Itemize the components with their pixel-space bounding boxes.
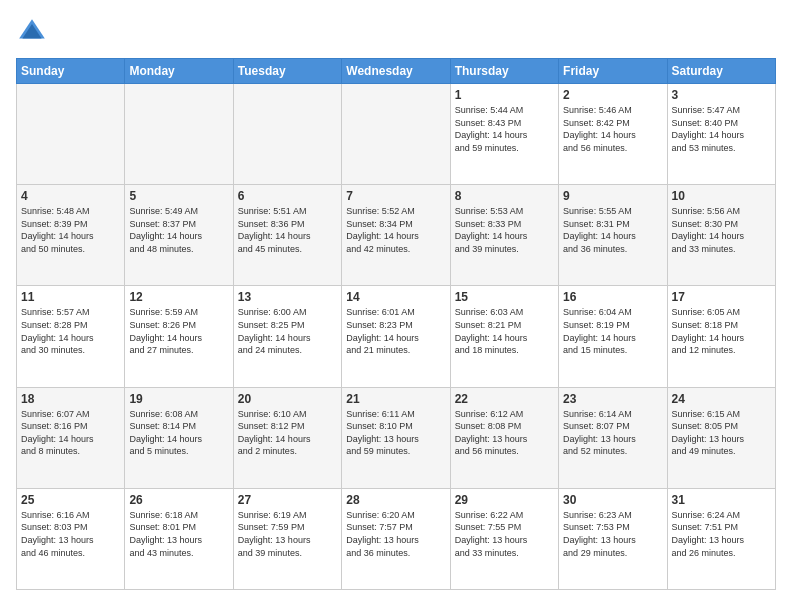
day-number: 18 <box>21 392 120 406</box>
day-number: 19 <box>129 392 228 406</box>
day-number: 22 <box>455 392 554 406</box>
day-info: Sunrise: 5:49 AM Sunset: 8:37 PM Dayligh… <box>129 205 228 255</box>
day-header: Friday <box>559 59 667 84</box>
calendar-cell: 21Sunrise: 6:11 AM Sunset: 8:10 PM Dayli… <box>342 387 450 488</box>
calendar-cell: 16Sunrise: 6:04 AM Sunset: 8:19 PM Dayli… <box>559 286 667 387</box>
calendar-cell: 3Sunrise: 5:47 AM Sunset: 8:40 PM Daylig… <box>667 84 775 185</box>
day-number: 11 <box>21 290 120 304</box>
day-number: 23 <box>563 392 662 406</box>
day-header: Monday <box>125 59 233 84</box>
header-row: SundayMondayTuesdayWednesdayThursdayFrid… <box>17 59 776 84</box>
page: SundayMondayTuesdayWednesdayThursdayFrid… <box>0 0 792 612</box>
day-info: Sunrise: 6:01 AM Sunset: 8:23 PM Dayligh… <box>346 306 445 356</box>
day-number: 4 <box>21 189 120 203</box>
day-info: Sunrise: 5:57 AM Sunset: 8:28 PM Dayligh… <box>21 306 120 356</box>
day-header: Sunday <box>17 59 125 84</box>
day-info: Sunrise: 6:16 AM Sunset: 8:03 PM Dayligh… <box>21 509 120 559</box>
day-info: Sunrise: 6:23 AM Sunset: 7:53 PM Dayligh… <box>563 509 662 559</box>
day-info: Sunrise: 6:08 AM Sunset: 8:14 PM Dayligh… <box>129 408 228 458</box>
day-number: 29 <box>455 493 554 507</box>
header <box>16 16 776 48</box>
day-number: 20 <box>238 392 337 406</box>
day-number: 28 <box>346 493 445 507</box>
day-info: Sunrise: 6:22 AM Sunset: 7:55 PM Dayligh… <box>455 509 554 559</box>
calendar-cell: 24Sunrise: 6:15 AM Sunset: 8:05 PM Dayli… <box>667 387 775 488</box>
calendar-cell <box>342 84 450 185</box>
day-info: Sunrise: 5:52 AM Sunset: 8:34 PM Dayligh… <box>346 205 445 255</box>
calendar-week: 11Sunrise: 5:57 AM Sunset: 8:28 PM Dayli… <box>17 286 776 387</box>
day-number: 30 <box>563 493 662 507</box>
calendar-cell: 15Sunrise: 6:03 AM Sunset: 8:21 PM Dayli… <box>450 286 558 387</box>
calendar-cell: 6Sunrise: 5:51 AM Sunset: 8:36 PM Daylig… <box>233 185 341 286</box>
calendar-cell: 7Sunrise: 5:52 AM Sunset: 8:34 PM Daylig… <box>342 185 450 286</box>
calendar-cell: 11Sunrise: 5:57 AM Sunset: 8:28 PM Dayli… <box>17 286 125 387</box>
day-info: Sunrise: 6:10 AM Sunset: 8:12 PM Dayligh… <box>238 408 337 458</box>
calendar-cell: 28Sunrise: 6:20 AM Sunset: 7:57 PM Dayli… <box>342 488 450 589</box>
calendar-week: 18Sunrise: 6:07 AM Sunset: 8:16 PM Dayli… <box>17 387 776 488</box>
day-info: Sunrise: 5:51 AM Sunset: 8:36 PM Dayligh… <box>238 205 337 255</box>
logo <box>16 16 52 48</box>
day-info: Sunrise: 6:03 AM Sunset: 8:21 PM Dayligh… <box>455 306 554 356</box>
day-number: 9 <box>563 189 662 203</box>
day-number: 14 <box>346 290 445 304</box>
day-info: Sunrise: 6:20 AM Sunset: 7:57 PM Dayligh… <box>346 509 445 559</box>
day-info: Sunrise: 6:11 AM Sunset: 8:10 PM Dayligh… <box>346 408 445 458</box>
day-number: 8 <box>455 189 554 203</box>
day-number: 27 <box>238 493 337 507</box>
calendar-cell: 4Sunrise: 5:48 AM Sunset: 8:39 PM Daylig… <box>17 185 125 286</box>
day-info: Sunrise: 5:44 AM Sunset: 8:43 PM Dayligh… <box>455 104 554 154</box>
calendar-cell: 31Sunrise: 6:24 AM Sunset: 7:51 PM Dayli… <box>667 488 775 589</box>
calendar-cell: 8Sunrise: 5:53 AM Sunset: 8:33 PM Daylig… <box>450 185 558 286</box>
day-info: Sunrise: 6:12 AM Sunset: 8:08 PM Dayligh… <box>455 408 554 458</box>
day-number: 25 <box>21 493 120 507</box>
calendar-cell: 5Sunrise: 5:49 AM Sunset: 8:37 PM Daylig… <box>125 185 233 286</box>
day-number: 2 <box>563 88 662 102</box>
calendar-cell <box>17 84 125 185</box>
day-number: 12 <box>129 290 228 304</box>
calendar-cell: 23Sunrise: 6:14 AM Sunset: 8:07 PM Dayli… <box>559 387 667 488</box>
calendar-table: SundayMondayTuesdayWednesdayThursdayFrid… <box>16 58 776 590</box>
day-number: 1 <box>455 88 554 102</box>
calendar-cell: 10Sunrise: 5:56 AM Sunset: 8:30 PM Dayli… <box>667 185 775 286</box>
calendar-cell: 2Sunrise: 5:46 AM Sunset: 8:42 PM Daylig… <box>559 84 667 185</box>
day-number: 5 <box>129 189 228 203</box>
day-header: Wednesday <box>342 59 450 84</box>
day-info: Sunrise: 6:19 AM Sunset: 7:59 PM Dayligh… <box>238 509 337 559</box>
day-info: Sunrise: 5:53 AM Sunset: 8:33 PM Dayligh… <box>455 205 554 255</box>
calendar-cell: 29Sunrise: 6:22 AM Sunset: 7:55 PM Dayli… <box>450 488 558 589</box>
day-info: Sunrise: 5:47 AM Sunset: 8:40 PM Dayligh… <box>672 104 771 154</box>
logo-icon <box>16 16 48 48</box>
day-info: Sunrise: 6:04 AM Sunset: 8:19 PM Dayligh… <box>563 306 662 356</box>
calendar-cell <box>125 84 233 185</box>
day-info: Sunrise: 5:55 AM Sunset: 8:31 PM Dayligh… <box>563 205 662 255</box>
calendar-cell: 1Sunrise: 5:44 AM Sunset: 8:43 PM Daylig… <box>450 84 558 185</box>
day-number: 26 <box>129 493 228 507</box>
calendar-cell: 25Sunrise: 6:16 AM Sunset: 8:03 PM Dayli… <box>17 488 125 589</box>
day-info: Sunrise: 6:18 AM Sunset: 8:01 PM Dayligh… <box>129 509 228 559</box>
day-info: Sunrise: 6:05 AM Sunset: 8:18 PM Dayligh… <box>672 306 771 356</box>
day-number: 15 <box>455 290 554 304</box>
calendar-week: 1Sunrise: 5:44 AM Sunset: 8:43 PM Daylig… <box>17 84 776 185</box>
day-number: 24 <box>672 392 771 406</box>
calendar-cell: 12Sunrise: 5:59 AM Sunset: 8:26 PM Dayli… <box>125 286 233 387</box>
calendar-cell: 19Sunrise: 6:08 AM Sunset: 8:14 PM Dayli… <box>125 387 233 488</box>
day-header: Tuesday <box>233 59 341 84</box>
calendar-week: 25Sunrise: 6:16 AM Sunset: 8:03 PM Dayli… <box>17 488 776 589</box>
day-info: Sunrise: 6:00 AM Sunset: 8:25 PM Dayligh… <box>238 306 337 356</box>
day-number: 6 <box>238 189 337 203</box>
day-info: Sunrise: 6:07 AM Sunset: 8:16 PM Dayligh… <box>21 408 120 458</box>
calendar-cell: 27Sunrise: 6:19 AM Sunset: 7:59 PM Dayli… <box>233 488 341 589</box>
calendar-cell: 26Sunrise: 6:18 AM Sunset: 8:01 PM Dayli… <box>125 488 233 589</box>
day-number: 31 <box>672 493 771 507</box>
calendar-cell: 17Sunrise: 6:05 AM Sunset: 8:18 PM Dayli… <box>667 286 775 387</box>
day-info: Sunrise: 6:14 AM Sunset: 8:07 PM Dayligh… <box>563 408 662 458</box>
calendar-cell: 20Sunrise: 6:10 AM Sunset: 8:12 PM Dayli… <box>233 387 341 488</box>
day-number: 13 <box>238 290 337 304</box>
day-info: Sunrise: 5:46 AM Sunset: 8:42 PM Dayligh… <box>563 104 662 154</box>
calendar-cell: 30Sunrise: 6:23 AM Sunset: 7:53 PM Dayli… <box>559 488 667 589</box>
calendar-cell <box>233 84 341 185</box>
calendar-cell: 9Sunrise: 5:55 AM Sunset: 8:31 PM Daylig… <box>559 185 667 286</box>
day-number: 3 <box>672 88 771 102</box>
day-number: 7 <box>346 189 445 203</box>
calendar-cell: 18Sunrise: 6:07 AM Sunset: 8:16 PM Dayli… <box>17 387 125 488</box>
